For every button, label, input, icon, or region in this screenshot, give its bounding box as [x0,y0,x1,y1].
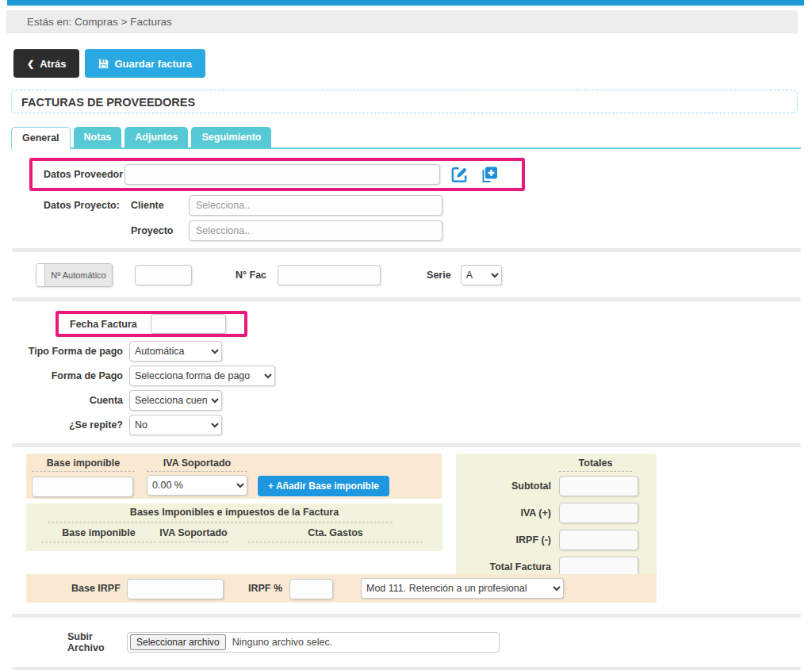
tab-adjuntos[interactable]: Adjuntos [124,127,188,147]
repeat-label: ¿Se repite? [0,419,129,431]
vat-total-input[interactable] [559,503,638,523]
add-provider-icon[interactable] [480,165,499,184]
irpf-total-row: IRPF (-) [456,530,657,550]
subtotal-input[interactable] [559,476,638,496]
invoice-date-row: Fecha Factura [56,311,247,337]
section-divider [12,667,801,670]
payment-method-select[interactable]: Selecciona forma de pago [129,366,275,386]
project-input[interactable] [189,220,442,241]
add-taxable-base-button[interactable]: + Añadir Base imponible [258,476,389,496]
vat-label: IVA Soportado [147,458,247,472]
totals-panel: Totales Subtotal IVA (+) IRPF (-) Total … [456,454,657,577]
invoice-number-input[interactable] [278,265,381,285]
totals-title: Totales [559,458,632,472]
repeat-select[interactable]: No [129,415,222,435]
serie-select[interactable]: A [461,265,502,285]
toolbar: ❮ Atrás Guardar factura [13,49,812,78]
tax-entry-panel: Base imponible IVA Soportado 0.00 % + Añ… [26,454,442,499]
vat-total-label: IVA (+) [520,507,551,519]
irpf-panel: Base IRPF IRPF % Mod 111. Retención a un… [26,574,657,603]
file-status-text: Ninguno archivo selec. [232,637,332,648]
irpf-model-select[interactable]: Mod 111. Retención a un profesional [361,578,564,599]
upload-label: Subir Archivo [67,631,127,653]
project-client-row: Datos Proyecto: Cliente [29,195,812,216]
account-select[interactable]: Selecciona cuenta [129,390,222,411]
client-label: Cliente [131,200,189,211]
payment-method-row: Forma de Pago Selecciona forma de pago [0,366,812,386]
irpf-percent-label: IRPF % [248,583,282,594]
tax-lines-panel: Bases Imponibles e impuestos de la Factu… [26,503,442,551]
section-divider [12,248,801,252]
numbering-row: Nº Automático N° Fac Serie A [36,262,812,288]
auto-number-input[interactable] [135,265,192,285]
project-section-label: Datos Proyecto: [29,200,131,211]
back-button[interactable]: ❮ Atrás [13,49,79,78]
chevron-left-icon: ❮ [27,59,34,68]
irpf-base-input[interactable] [127,579,224,599]
invoice-total-label: Total Factura [489,561,551,572]
page-title: FACTURAS DE PROVEEDORES [11,90,798,113]
column-header-vat: IVA Soportado [159,527,228,542]
project-label: Proyecto [131,225,189,236]
file-select-button[interactable]: Seleccionar archivo [130,634,226,650]
project-project-row: Proyecto [29,220,812,241]
provider-row: Datos Proveedor [29,158,525,191]
vat-total-row: IVA (+) [456,503,657,523]
serie-label: Serie [427,270,451,281]
tab-bar: General Notas Adjuntos Seguimiento [11,127,801,149]
taxable-base-label: Base imponible [32,458,135,472]
payment-type-row: Tipo Forma de pago Automática [0,341,812,362]
save-invoice-button[interactable]: Guardar factura [85,49,205,78]
top-accent-bar [7,0,804,6]
invoice-date-input[interactable] [151,314,226,334]
payment-method-label: Forma de Pago [0,370,129,381]
repeat-row: ¿Se repite? No [0,415,812,435]
vat-select[interactable]: 0.00 % [147,475,247,496]
tax-lines-title: Bases Imponibles e impuestos de la Factu… [26,507,442,518]
file-input[interactable]: Seleccionar archivo Ninguno archivo sele… [127,632,500,653]
provider-input[interactable] [124,164,440,185]
invoice-number-label: N° Fac [236,270,266,281]
subtotal-row: Subtotal [456,476,657,496]
save-icon [98,59,109,69]
irpf-total-input[interactable] [559,530,638,550]
invoice-date-label: Fecha Factura [56,319,151,330]
subtotal-label: Subtotal [511,480,551,492]
irpf-percent-input[interactable] [289,579,333,599]
column-header-base: Base imponible [41,527,156,542]
back-button-label: Atrás [40,58,66,70]
tab-general[interactable]: General [11,127,71,149]
payment-type-label: Tipo Forma de pago [0,346,129,357]
provider-label: Datos Proveedor [29,169,124,180]
upload-row: Subir Archivo Seleccionar archivo Ningun… [67,632,812,653]
edit-provider-icon[interactable] [450,165,469,184]
dashed-divider [48,522,393,523]
client-input[interactable] [189,195,442,216]
auto-number-toggle-label: Nº Automático [45,264,112,286]
tab-seguimiento[interactable]: Seguimiento [191,127,271,147]
toggle-handle [36,264,45,286]
irpf-base-label: Base IRPF [71,583,121,594]
account-label: Cuenta [0,395,129,406]
breadcrumb: Estás en: Compras > Facturas [6,10,798,33]
irpf-total-label: IRPF (-) [516,534,551,546]
section-divider [12,297,801,301]
column-header-expense-account: Cta. Gastos [248,527,423,542]
section-divider [12,614,801,618]
auto-number-toggle[interactable]: Nº Automático [36,263,113,287]
taxable-base-input[interactable] [32,477,133,497]
account-row: Cuenta Selecciona cuenta [0,390,812,411]
payment-type-select[interactable]: Automática [129,341,222,362]
tax-section: Base imponible IVA Soportado 0.00 % + Añ… [26,454,812,603]
tab-notas[interactable]: Notas [74,127,122,147]
save-button-label: Guardar factura [114,58,192,70]
section-divider [12,443,801,447]
